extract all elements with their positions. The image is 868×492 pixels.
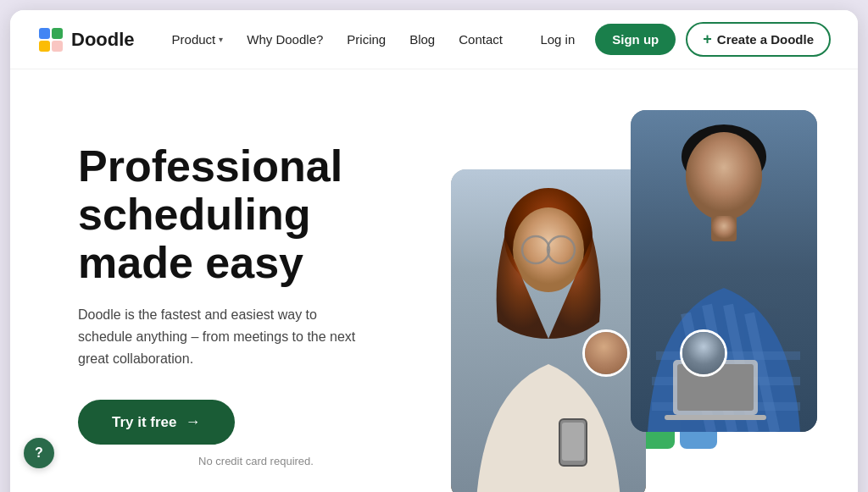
nav-links: Product ▾ Why Doodle? Pricing Blog Conta… xyxy=(162,25,531,53)
nav-actions: Log in Sign up + Create a Doodle xyxy=(530,22,831,57)
hero-title: Professional scheduling made easy xyxy=(78,142,434,288)
avatar-man-inner xyxy=(682,332,725,374)
plus-icon: + xyxy=(703,30,712,48)
logo-icon xyxy=(37,26,64,53)
logo[interactable]: Doodle xyxy=(37,26,135,53)
woman-photo xyxy=(451,169,646,492)
signup-button[interactable]: Sign up xyxy=(595,24,676,55)
hero-subtitle: Doodle is the fastest and easiest way to… xyxy=(78,304,366,369)
no-credit-card-text: No credit card required. xyxy=(78,455,434,467)
nav-product[interactable]: Product ▾ xyxy=(162,25,234,53)
nav-why-doodle[interactable]: Why Doodle? xyxy=(236,25,333,53)
nav-blog[interactable]: Blog xyxy=(399,25,445,53)
navbar: Doodle Product ▾ Why Doodle? Pricing Blo… xyxy=(10,10,858,69)
hero-images: ✓ xyxy=(434,110,817,492)
hero-section: Professional scheduling made easy Doodle… xyxy=(10,69,858,492)
svg-rect-1 xyxy=(52,28,63,39)
man-photo xyxy=(631,110,817,432)
arrow-icon: → xyxy=(186,413,201,431)
svg-rect-11 xyxy=(562,423,584,461)
svg-rect-17 xyxy=(665,415,766,420)
man-figure xyxy=(631,110,817,432)
create-doodle-button[interactable]: + Create a Doodle xyxy=(686,22,831,57)
svg-rect-0 xyxy=(39,28,50,39)
nav-pricing[interactable]: Pricing xyxy=(337,25,396,53)
try-free-button[interactable]: Try it free → xyxy=(78,400,235,445)
chevron-down-icon: ▾ xyxy=(219,35,223,44)
login-button[interactable]: Log in xyxy=(530,25,585,53)
avatar-man xyxy=(680,329,727,377)
avatar-woman-inner xyxy=(585,332,627,374)
nav-contact[interactable]: Contact xyxy=(448,25,513,53)
svg-rect-2 xyxy=(39,41,50,52)
man-photo-inner xyxy=(631,110,817,432)
svg-rect-18 xyxy=(711,216,737,241)
browser-window: Doodle Product ▾ Why Doodle? Pricing Blo… xyxy=(10,10,858,492)
woman-photo-inner xyxy=(451,169,646,492)
svg-rect-3 xyxy=(52,41,63,52)
logo-text: Doodle xyxy=(71,29,135,51)
avatar-woman xyxy=(582,329,630,377)
help-button[interactable]: ? xyxy=(24,438,54,468)
hero-content: Professional scheduling made easy Doodle… xyxy=(78,142,434,467)
svg-point-14 xyxy=(686,132,762,220)
woman-figure xyxy=(451,169,646,492)
